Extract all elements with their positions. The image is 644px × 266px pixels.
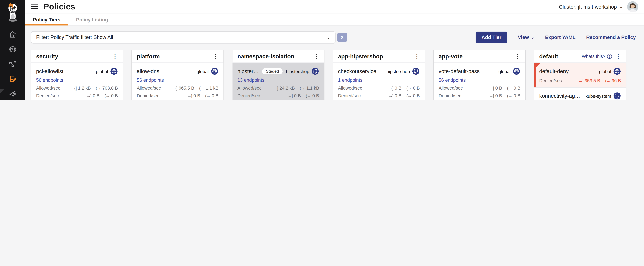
metric-label: Denied/sec	[237, 93, 260, 98]
tab-policy-listing[interactable]: Policy Listing	[68, 14, 116, 25]
tier-menu-icon[interactable]: ⋮	[213, 54, 218, 59]
chevron-down-icon: ⌄	[619, 4, 623, 9]
user-avatar[interactable]	[627, 1, 638, 12]
tier-menu-icon[interactable]: ⋮	[414, 54, 420, 59]
sidebar-item-home[interactable]	[0, 27, 25, 42]
sidebar-item-dashboard[interactable]	[0, 42, 25, 57]
ingress-value: 353.5 B	[584, 78, 600, 83]
policy-name: konnectivity-agent	[539, 93, 582, 99]
allowed-per-sec-row: Allowed/sec →]665.5 B (→1.1 kB	[137, 86, 218, 90]
endpoints-link[interactable]: 56 endpoints	[36, 78, 118, 82]
ingress-icon: →]	[172, 86, 177, 90]
ingress-value: 1.2 kB	[78, 86, 91, 90]
denied-per-sec-row: Denied/sec →]0 B (→0 B	[137, 93, 218, 98]
endpoints-link[interactable]: 56 endpoints	[439, 78, 520, 82]
policy-card-konnectivity-agent[interactable]: konnectivity-agentkube-systemns2 endpoin…	[534, 87, 626, 100]
tier-header: namespace-isolation ⋮	[232, 50, 324, 63]
tab-policy-tiers[interactable]: Policy Tiers	[25, 14, 68, 25]
egress-icon: (→	[96, 86, 101, 90]
policy-scope-label: kube-system	[586, 94, 611, 98]
policy-card-default-deny[interactable]: default-denyglobal Denied/sec →]353.5 B …	[534, 63, 626, 87]
endpoints-link[interactable]: 56 endpoints	[137, 78, 218, 82]
whats-this-link[interactable]: Whats this? ?	[582, 54, 612, 59]
add-tier-button[interactable]: Add Tier	[476, 32, 507, 43]
svg-text:ns: ns	[314, 73, 316, 74]
policy-name: hipstershop-gh…	[237, 68, 259, 74]
topbar: Policies Cluster: jlt-msft-workshop ⌄	[25, 0, 644, 14]
ingress-value: 665.5 B	[178, 86, 194, 90]
chevron-down-icon: ⌄	[326, 35, 330, 40]
egress-icon: (→	[104, 93, 110, 98]
ingress-value: 24.2 kB	[280, 86, 295, 90]
policy-card-checkoutservice[interactable]: checkoutservicehipstershopns1 endpoints …	[333, 63, 425, 100]
question-circle-icon: ?	[607, 54, 612, 59]
tier-name: app-vote	[439, 53, 463, 60]
egress-value: 0 B	[413, 93, 420, 98]
denied-per-sec-row: Denied/sec →]0 B (→0 B	[439, 93, 520, 98]
recommend-policy-button[interactable]: Recommend a Policy	[586, 34, 636, 40]
policy-card-pci-allowlist[interactable]: pci-allowlistglobal56 endpoints Allowed/…	[31, 63, 123, 100]
tier-column-default: default Whats this? ?⋮ default-denygloba…	[534, 50, 626, 100]
tiers-row: security ⋮ pci-allowlistglobal56 endpoin…	[31, 50, 636, 100]
calico-cat-logo[interactable]	[0, 0, 25, 24]
tier-name: default	[539, 53, 558, 60]
main-area: Policies Cluster: jlt-msft-workshop ⌄	[25, 0, 644, 100]
policies-page: Policies Cluster: jlt-msft-workshop ⌄	[0, 0, 644, 100]
egress-value: 96 B	[612, 78, 621, 83]
endpoints-link[interactable]: 1 endpoints	[338, 78, 420, 82]
global-scope-icon	[110, 68, 118, 75]
endpoints-link[interactable]: 13 endpoints	[237, 78, 319, 82]
policy-scope-label: hipstershop	[386, 69, 410, 74]
tier-menu-icon[interactable]: ⋮	[112, 54, 118, 59]
metric-label: Allowed/sec	[237, 86, 262, 90]
menu-icon[interactable]	[31, 4, 38, 9]
egress-value: 0 B	[111, 93, 118, 98]
active-nav-notch	[0, 89, 5, 94]
egress-value: 0 B	[312, 93, 319, 98]
service-graph-icon	[8, 60, 16, 68]
policy-card-allow-dns[interactable]: allow-dnsglobal56 endpoints Allowed/sec …	[132, 63, 224, 100]
ingress-value: 0 B	[495, 86, 502, 90]
tier-header: app-hipstershop ⋮	[333, 50, 425, 63]
sidebar-item-service-graph[interactable]	[0, 57, 25, 72]
tier-menu-icon[interactable]: ⋮	[615, 54, 621, 59]
metric-label: Denied/sec	[338, 93, 361, 98]
metric-label: Denied/sec	[137, 93, 160, 98]
policy-name: default-deny	[539, 68, 569, 74]
ingress-icon: →]	[273, 86, 278, 90]
tier-name: platform	[137, 53, 160, 60]
ingress-icon: →]	[388, 86, 393, 90]
tier-column-namespace-isolation: namespace-isolation ⋮ hipstershop-gh…Sta…	[232, 50, 324, 100]
view-dropdown-button[interactable]: View ⌄	[518, 34, 534, 40]
ingress-icon: →]	[489, 93, 494, 98]
ingress-value: 0 B	[395, 86, 402, 90]
ingress-icon: →]	[578, 78, 583, 83]
ingress-value: 0 B	[495, 93, 502, 98]
policy-card-vote-default-pass[interactable]: vote-default-passglobal56 endpoints Allo…	[434, 63, 525, 100]
tier-column-platform: platform ⋮ allow-dnsglobal56 endpoints A…	[132, 50, 224, 100]
filter-row: Filter: Policy Traffic filter: Show All …	[31, 31, 636, 44]
denied-per-sec-row: Denied/sec →]353.5 B (→96 B	[539, 78, 621, 83]
tier-menu-icon[interactable]: ⋮	[514, 54, 520, 59]
ingress-icon: →]	[187, 93, 192, 98]
egress-value: 0 B	[212, 93, 218, 98]
ingress-value: 0 B	[395, 93, 402, 98]
clear-filter-button[interactable]: X	[337, 33, 347, 42]
policy-name: checkoutservice	[338, 68, 376, 74]
export-yaml-button[interactable]: Export YAML	[545, 34, 576, 40]
tier-menu-icon[interactable]: ⋮	[314, 54, 319, 59]
sidebar-item-policies[interactable]	[0, 72, 25, 86]
policy-name: allow-dns	[137, 68, 160, 74]
tier-header: default Whats this? ?⋮	[534, 50, 626, 63]
sidebar	[0, 0, 25, 100]
ingress-value: 0 B	[93, 93, 100, 98]
ingress-icon: →]	[86, 93, 91, 98]
tier-header: platform ⋮	[132, 50, 224, 63]
cluster-selector[interactable]: Cluster: jlt-msft-workshop ⌄	[559, 4, 623, 10]
svg-text:ns: ns	[415, 73, 416, 74]
tier-name: app-hipstershop	[338, 53, 383, 60]
policy-card-hipstershop-gh[interactable]: hipstershop-gh…Stagedhipstershopns13 end…	[232, 63, 324, 100]
policy-filter-dropdown[interactable]: Filter: Policy Traffic filter: Show All …	[31, 31, 336, 44]
ingress-icon: →]	[388, 93, 393, 98]
policy-scope-label: global	[96, 69, 108, 74]
